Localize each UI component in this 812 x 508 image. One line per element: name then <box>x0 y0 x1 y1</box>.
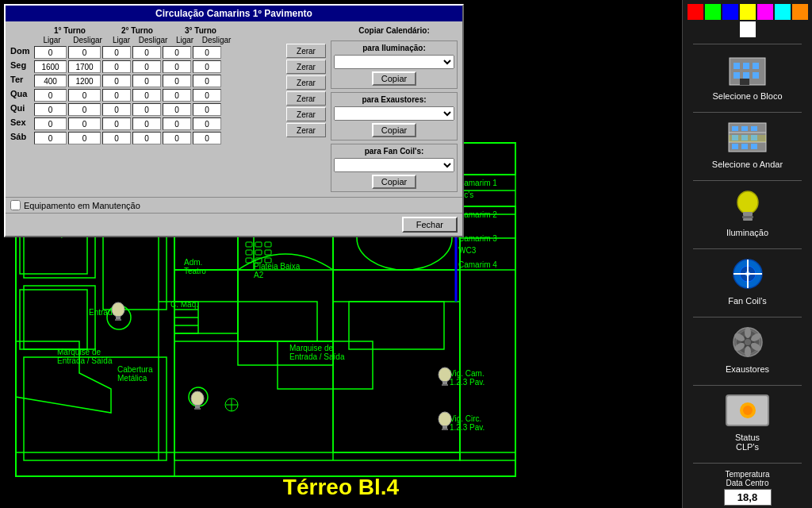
svg-point-107 <box>745 327 751 338</box>
input-day1-field0[interactable] <box>34 60 67 73</box>
status-clp-box <box>726 394 769 426</box>
input-day0-field3[interactable] <box>132 46 161 59</box>
exaustores-section[interactable]: Exaustores <box>722 321 773 375</box>
input-day2-field2[interactable] <box>102 75 131 87</box>
cal-fancoils-select[interactable] <box>334 158 454 172</box>
input-day4-field3[interactable] <box>132 103 161 116</box>
input-day0-field4[interactable] <box>163 46 191 59</box>
input-day5-field4[interactable] <box>163 117 191 130</box>
input-day5-field2[interactable] <box>102 117 131 130</box>
fancoils-section[interactable]: Fan Coil's <box>722 252 773 307</box>
input-day5-field3[interactable] <box>132 117 161 130</box>
input-day2-field1[interactable] <box>68 75 101 87</box>
input-day1-field1[interactable] <box>68 60 101 73</box>
fancoils-label: Fan Coil's <box>728 296 767 306</box>
manutencao-label: Equipamento em Manutenção <box>24 201 140 210</box>
input-day0-field5[interactable] <box>193 46 221 59</box>
input-day4-field0[interactable] <box>34 103 67 116</box>
copiar-iluminacao-btn[interactable]: Copiar <box>372 71 416 86</box>
fechar-row: Fechar <box>6 213 462 236</box>
manutencao-checkbox[interactable] <box>10 200 21 210</box>
zerar-btn-5[interactable]: Zerar <box>286 107 326 121</box>
svg-point-61 <box>439 368 451 382</box>
lamp-entrada[interactable] <box>109 302 127 325</box>
input-day3-field4[interactable] <box>163 89 191 102</box>
input-day4-field1[interactable] <box>68 103 101 116</box>
cal-iluminacao-select[interactable] <box>334 55 454 69</box>
room-marquise1: Marquise deEntrada / Saída <box>57 348 113 365</box>
input-day5-field5[interactable] <box>193 117 221 130</box>
input-day1-field3[interactable] <box>132 60 161 73</box>
svg-rect-93 <box>729 135 766 142</box>
svg-point-94 <box>737 191 758 214</box>
day-label-6: Sáb <box>10 132 34 144</box>
input-day6-field5[interactable] <box>193 132 221 144</box>
status-clp-icon <box>724 391 772 430</box>
svg-rect-78 <box>743 72 749 79</box>
svg-rect-97 <box>743 218 753 221</box>
input-day5-field1[interactable] <box>68 117 101 130</box>
lamp-vig-cam[interactable] <box>436 367 454 391</box>
selecione-andar-section[interactable]: Selecione o Andar <box>710 116 784 171</box>
zerar-btn-2[interactable]: Zerar <box>286 60 326 74</box>
color-block-magenta <box>757 4 773 20</box>
input-day0-field2[interactable] <box>102 46 131 59</box>
input-day4-field4[interactable] <box>163 103 191 116</box>
input-day1-field5[interactable] <box>193 60 221 73</box>
input-day0-field1[interactable] <box>68 46 101 59</box>
vig-cam-label: Vig. Cam.1.2.3 Pav. <box>450 369 485 387</box>
zerar-btn-4[interactable]: Zerar <box>286 91 326 106</box>
input-day6-field3[interactable] <box>132 132 161 144</box>
cal-exaustores-select[interactable] <box>334 106 454 121</box>
floor-label: Térreo Bl.4 <box>283 475 399 500</box>
input-day5-field0[interactable] <box>34 117 67 130</box>
input-day3-field0[interactable] <box>34 89 67 102</box>
svg-rect-68 <box>116 316 121 319</box>
input-day3-field1[interactable] <box>68 89 101 102</box>
input-day3-field2[interactable] <box>102 89 131 102</box>
svg-rect-69 <box>115 319 121 321</box>
day-label-1: Seg <box>10 60 34 73</box>
input-day1-field2[interactable] <box>102 60 131 73</box>
input-day4-field5[interactable] <box>193 103 221 116</box>
divider-6 <box>693 385 802 386</box>
lamp-vig-circ[interactable] <box>436 411 454 435</box>
calendar-section: Copiar Calendário: para Iluminação: Copi… <box>331 26 458 192</box>
input-day3-field3[interactable] <box>132 89 161 102</box>
input-day2-field0[interactable] <box>34 75 67 87</box>
zerar-btn-1[interactable]: Zerar <box>286 44 326 58</box>
selecione-bloco-section[interactable]: Selecione o Bloco <box>710 48 783 102</box>
zerar-btn-6[interactable]: Zerar <box>286 123 326 137</box>
input-day2-field5[interactable] <box>193 75 221 87</box>
schedule-row-ter: Ter <box>10 75 282 87</box>
color-block-cyan <box>775 4 791 20</box>
input-day3-field5[interactable] <box>193 89 221 102</box>
input-day6-field2[interactable] <box>102 132 131 144</box>
input-day0-field0[interactable] <box>34 46 67 59</box>
camarim1-label: Camarim 1 <box>458 179 497 187</box>
cal-iluminacao-label: para Iluminação: <box>334 44 454 52</box>
t2-desligar-header: Desligar <box>137 36 169 44</box>
input-day6-field1[interactable] <box>68 132 101 144</box>
svg-rect-80 <box>740 79 749 85</box>
lamp-cabertura[interactable] <box>189 391 206 414</box>
divider-2 <box>693 112 802 113</box>
zerar-btn-3[interactable]: Zerar <box>286 75 326 90</box>
iluminacao-section[interactable]: Iluminação <box>722 184 773 239</box>
input-day1-field4[interactable] <box>163 60 191 73</box>
svg-rect-75 <box>743 63 749 69</box>
fechar-button[interactable]: Fechar <box>402 217 458 233</box>
svg-rect-85 <box>741 126 748 131</box>
input-day6-field0[interactable] <box>34 132 67 144</box>
status-clp-section[interactable]: Status CLP's <box>722 389 773 453</box>
input-day4-field2[interactable] <box>102 103 131 116</box>
svg-rect-71 <box>195 405 200 408</box>
svg-rect-72 <box>194 408 201 410</box>
input-day2-field4[interactable] <box>163 75 191 87</box>
camarim2-label: Camarim 2 <box>458 210 497 219</box>
copiar-exaustores-btn[interactable]: Copiar <box>372 123 416 137</box>
input-day6-field4[interactable] <box>163 132 191 144</box>
copiar-fancoils-btn[interactable]: Copiar <box>372 175 416 189</box>
exaustores-label: Exaustores <box>726 364 769 374</box>
input-day2-field3[interactable] <box>132 75 161 87</box>
